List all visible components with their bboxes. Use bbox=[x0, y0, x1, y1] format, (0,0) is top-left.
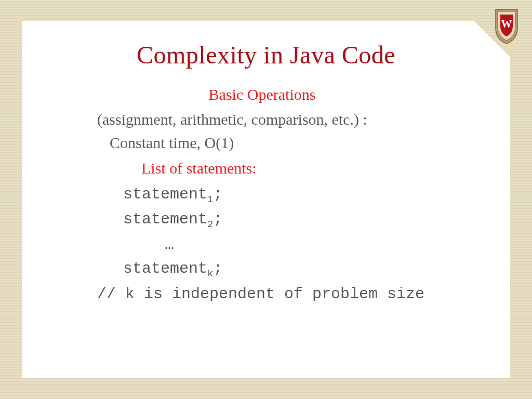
stmt-semi: ; bbox=[213, 210, 222, 228]
section-heading-list-statements: List of statements: bbox=[141, 159, 479, 177]
crest-letter: W bbox=[501, 18, 512, 30]
stmt-prefix: statement bbox=[123, 210, 207, 228]
code-comment: // k is independent of problem size bbox=[97, 282, 479, 307]
stmt-semi: ; bbox=[213, 185, 222, 203]
stmt-semi: ; bbox=[213, 260, 222, 277]
code-statement-2: statement2; bbox=[97, 207, 479, 232]
stmt-sub-k: k bbox=[207, 268, 213, 280]
slide-title: Complexity in Java Code bbox=[22, 41, 510, 69]
section-subtitle: (assignment, arithmetic, comparison, etc… bbox=[97, 108, 479, 131]
code-statement-k: statementk; bbox=[97, 257, 479, 282]
section-note: Constant time, O(1) bbox=[97, 131, 479, 154]
code-ellipsis: … bbox=[97, 233, 479, 257]
stmt-prefix: statement bbox=[123, 185, 207, 203]
slide-content: Basic Operations (assignment, arithmetic… bbox=[22, 86, 510, 306]
stmt-prefix: statement bbox=[123, 260, 207, 277]
stmt-sub-1: 1 bbox=[207, 194, 213, 205]
stmt-sub-2: 2 bbox=[207, 219, 213, 230]
code-statement-1: statement1; bbox=[97, 182, 479, 207]
slide-card: Complexity in Java Code Basic Operations… bbox=[22, 21, 510, 378]
section-heading-basic-operations: Basic Operations bbox=[45, 86, 479, 103]
code-block: statement1; statement2; … statementk; //… bbox=[97, 182, 479, 306]
university-crest-icon: W bbox=[494, 7, 520, 45]
